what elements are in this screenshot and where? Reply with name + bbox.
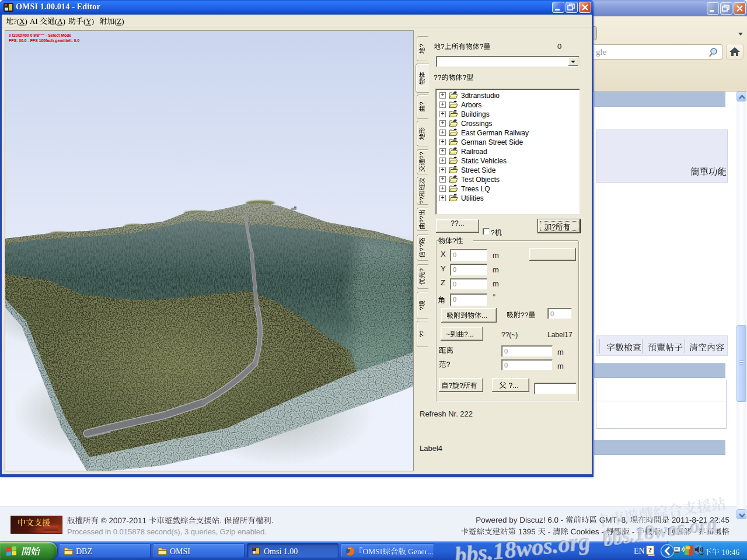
svg-text:?: ? (648, 546, 652, 554)
